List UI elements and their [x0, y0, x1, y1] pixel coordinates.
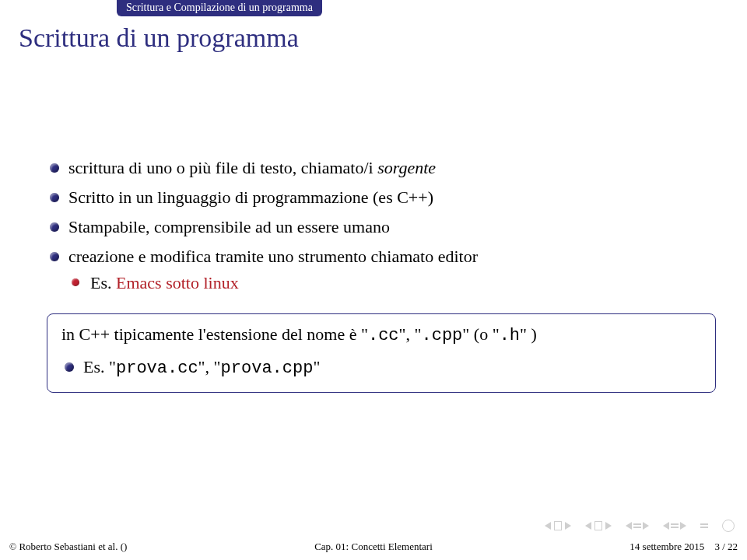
bullet-text: Scritto in un linguaggio di programmazio… [68, 187, 433, 207]
beamer-nav [545, 520, 735, 532]
section-header: Scrittura e Compilazione di un programma [117, 0, 322, 16]
block-list: Es. "prova.cc", "prova.cpp" [61, 355, 701, 381]
nav-prev-frame[interactable] [626, 522, 649, 530]
bullet-text: creazione e modifica tramite uno strumen… [68, 247, 478, 266]
triangle-left-icon [585, 522, 591, 530]
block-text: " ) [520, 324, 537, 344]
block-text: " [313, 357, 320, 376]
info-block: in C++ tipicamente l'estensione del nome… [47, 313, 716, 393]
sub-bullets: Es. Emacs sotto linux [68, 271, 716, 296]
bullet-item: Scritto in un linguaggio di programmazio… [47, 185, 716, 210]
bars-icon [633, 522, 641, 530]
footer-page: 3 / 22 [714, 541, 738, 552]
refresh-icon[interactable] [722, 520, 735, 532]
footer-date: 14 settembre 2015 [630, 541, 704, 552]
triangle-right-icon [605, 522, 612, 530]
triangle-left-icon [626, 522, 632, 530]
block-text: ", " [198, 357, 221, 376]
nav-back[interactable] [700, 522, 708, 530]
document-icon [554, 521, 562, 530]
block-text: ", " [399, 324, 422, 344]
document-icon [594, 521, 602, 530]
bullet-item: creazione e modifica tramite uno strumen… [47, 244, 716, 296]
code-ext-cpp: .cpp [422, 326, 463, 345]
bullet-text: scrittura di uno o più file di testo, ch… [68, 158, 377, 177]
slide-body: scrittura di uno o più file di testo, ch… [47, 156, 716, 393]
sub-bullet-red: Emacs sotto linux [116, 273, 239, 292]
code-ext-h: .h [500, 326, 520, 345]
triangle-right-icon [643, 522, 649, 530]
triangle-right-icon [565, 522, 571, 530]
block-text: " (o " [462, 324, 499, 344]
bullet-item: scrittura di uno o più file di testo, ch… [47, 156, 716, 180]
triangle-left-icon [663, 522, 669, 530]
copyright-symbol: © [9, 541, 16, 552]
sub-bullet-item: Es. Emacs sotto linux [68, 271, 716, 296]
code-filename: prova.cc [116, 359, 198, 378]
block-text: in C++ tipicamente l'estensione del nome… [61, 324, 368, 344]
slide-title: Scrittura di un programma [19, 23, 299, 53]
block-list-item: Es. "prova.cc", "prova.cpp" [61, 355, 701, 381]
triangle-left-icon [545, 522, 551, 530]
sub-bullet-pre: Es. [90, 273, 116, 292]
nav-prev-subsection[interactable] [585, 521, 612, 530]
footer-left: © Roberto Sebastiani et al. () [9, 541, 127, 553]
footer-author: Roberto Sebastiani et al. () [16, 541, 127, 552]
nav-prev-section[interactable] [545, 521, 571, 530]
code-ext-cc: .cc [368, 326, 399, 345]
main-bullets: scrittura di uno o più file di testo, ch… [47, 156, 716, 295]
bars-icon [671, 522, 679, 530]
footer-right: 14 settembre 2015 3 / 22 [630, 541, 738, 553]
bullet-text: Stampabile, comprensibile ad un essere u… [68, 217, 390, 236]
triangle-right-icon [680, 522, 686, 530]
nav-home[interactable] [663, 522, 686, 530]
block-text: Es. " [83, 357, 116, 376]
bullet-emphasis: sorgente [377, 158, 436, 177]
bars-icon [700, 522, 708, 530]
bullet-item: Stampabile, comprensibile ad un essere u… [47, 215, 716, 240]
footer-center: Cap. 01: Concetti Elementari [314, 541, 433, 553]
block-line: in C++ tipicamente l'estensione del nome… [61, 322, 701, 348]
footer-bar: © Roberto Sebastiani et al. () Cap. 01: … [0, 534, 747, 560]
code-filename: prova.cpp [221, 359, 314, 378]
